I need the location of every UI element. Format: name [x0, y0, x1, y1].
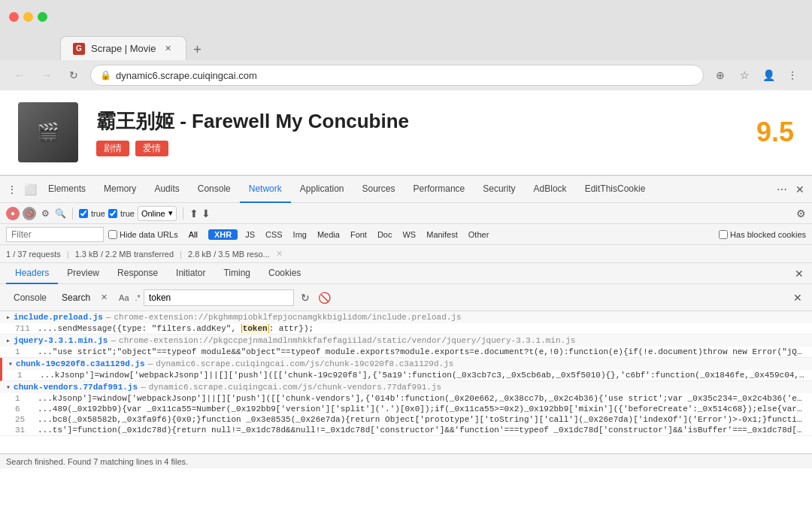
filename: chunk-19c920f8.c3a1129d.js: [16, 359, 145, 368]
tab-audits[interactable]: Audits: [145, 176, 188, 203]
tab-console[interactable]: Console: [189, 176, 240, 203]
search-clear-icon[interactable]: 🚫: [317, 289, 333, 306]
search-icon[interactable]: 🔍: [54, 208, 66, 220]
tag-drama: 剧情: [96, 141, 129, 156]
movie-info: 霸王别姬 - Farewell My Concubine 剧情 爱情: [96, 108, 738, 156]
bottom-panel: Console Search ✕ Aa .* ↻ 🚫 ✕: [0, 284, 812, 468]
title-bar: [0, 0, 812, 33]
code-line: 1 ...kJsonp']=window['webpackJsonp']||[]…: [0, 393, 812, 404]
code-line: 6 ...489(_0x192bb9){var _0x11ca55=Number…: [0, 404, 812, 414]
filter-js-button[interactable]: JS: [242, 229, 258, 240]
panel-close-icon[interactable]: ✕: [792, 267, 806, 280]
file-header[interactable]: ▸ jquery-3.3.1.min.js — chrome-extension…: [0, 335, 812, 347]
stats-bar: 1 / 37 requests | 1.3 kB / 2.2 MB transf…: [0, 245, 812, 263]
tab-adblock[interactable]: AdBlock: [525, 176, 576, 203]
regex-label: .*: [135, 293, 141, 302]
filter-doc-button[interactable]: Doc: [374, 229, 395, 240]
throttle-select[interactable]: Online ▾: [138, 206, 177, 221]
search-input[interactable]: [144, 289, 294, 306]
tab-performance[interactable]: Performance: [404, 176, 474, 203]
devtools-dots-icon[interactable]: ⋮: [3, 180, 21, 198]
close-button[interactable]: [9, 12, 19, 22]
devtools-inspect-icon[interactable]: ⬜: [21, 180, 39, 198]
case-sensitive-label: Aa: [116, 293, 132, 302]
maximize-button[interactable]: [38, 12, 47, 22]
network-toolbar: ● 🚫 ⚙ 🔍 true true Online ▾ ⬆ ⬇: [0, 203, 812, 224]
code-line: 31 ...ts']=function(_0x1dc78d){return nu…: [0, 425, 812, 435]
reload-button[interactable]: ↻: [63, 65, 84, 86]
resources-stat: 2.8 kB / 3.5 MB reso...: [188, 250, 270, 259]
filename: jquery-3.3.1.min.js: [14, 336, 108, 345]
file-header[interactable]: ▾ chunk-vendors.77daf991.js — dynamic6.s…: [0, 381, 812, 393]
devtools-more-icon[interactable]: ⋯: [773, 180, 791, 198]
file-result-include-preload: ▸ include.preload.js — chrome-extension:…: [0, 311, 812, 335]
search-tab[interactable]: Search: [54, 291, 98, 304]
bookmark-button[interactable]: ☆: [734, 65, 755, 86]
blocked-cookies-checkbox[interactable]: Has blocked cookies: [719, 230, 806, 239]
filter-input[interactable]: [6, 227, 104, 242]
file-result-jquery: ▸ jquery-3.3.1.min.js — chrome-extension…: [0, 335, 812, 358]
search-tab-close-icon[interactable]: ✕: [98, 292, 110, 304]
tag-romance: 爱情: [135, 141, 168, 156]
search-refresh-icon[interactable]: ↻: [297, 289, 314, 306]
back-button[interactable]: ←: [9, 65, 30, 86]
preview-tab[interactable]: Preview: [58, 263, 108, 284]
url-bar[interactable]: 🔒 dynamic6.scrape.cuiqingcai.com: [90, 65, 704, 86]
filter-all-button[interactable]: All: [183, 229, 204, 240]
filter-other-button[interactable]: Other: [465, 229, 492, 240]
tab-security[interactable]: Security: [474, 176, 524, 203]
response-tab[interactable]: Response: [108, 263, 167, 284]
minimize-button[interactable]: [23, 12, 33, 22]
file-header[interactable]: ▾ chunk-19c920f8.c3a1129d.js — dynamic6.…: [2, 358, 812, 370]
movie-poster: 🎬: [18, 102, 78, 162]
tab-editthiscookie[interactable]: EditThisCookie: [576, 176, 655, 203]
filter-icon[interactable]: ⚙: [39, 208, 51, 220]
profile-button[interactable]: 👤: [758, 65, 779, 86]
disable-cache-checkbox[interactable]: true: [108, 209, 135, 218]
file-header[interactable]: ▸ include.preload.js — chrome-extension:…: [0, 311, 812, 323]
filter-ws-button[interactable]: WS: [399, 229, 419, 240]
new-tab-button[interactable]: +: [186, 39, 208, 60]
download-icon[interactable]: ⬇: [201, 208, 211, 220]
filter-manifest-button[interactable]: Manifest: [423, 229, 461, 240]
tab-network[interactable]: Network: [240, 176, 291, 203]
headers-tab[interactable]: Headers: [6, 263, 58, 284]
movie-header: 🎬 霸王别姬 - Farewell My Concubine 剧情 爱情 9.5: [0, 90, 812, 175]
filter-media-button[interactable]: Media: [314, 229, 343, 240]
forward-button[interactable]: →: [36, 65, 57, 86]
search-bar: Console Search ✕ Aa .* ↻ 🚫 ✕: [0, 284, 812, 311]
tab-application[interactable]: Application: [291, 176, 353, 203]
tab-close-button[interactable]: ✕: [162, 43, 174, 55]
filter-css-button[interactable]: CSS: [262, 229, 286, 240]
preserve-log-checkbox[interactable]: true: [79, 209, 105, 218]
clear-button[interactable]: 🚫: [23, 207, 36, 220]
search-status: Search finished. Found 7 matching lines …: [6, 457, 188, 466]
timing-tab[interactable]: Timing: [214, 263, 259, 284]
filter-img-button[interactable]: Img: [290, 229, 310, 240]
lock-icon: 🔒: [100, 70, 111, 80]
search-close-icon[interactable]: ✕: [789, 289, 806, 306]
file-result-chunk: ▾ chunk-19c920f8.c3a1129d.js — dynamic6.…: [0, 358, 812, 381]
menu-button[interactable]: ⋮: [782, 65, 803, 86]
upload-icon[interactable]: ⬆: [189, 208, 198, 220]
devtools-tabs: ⋮ ⬜ Elements Memory Audits Console Netwo…: [0, 176, 812, 203]
browser-tabs: G Scrape | Movie ✕ +: [0, 33, 812, 60]
browser-tab[interactable]: G Scrape | Movie ✕: [60, 36, 186, 60]
record-button[interactable]: ●: [6, 207, 20, 220]
tab-elements[interactable]: Elements: [39, 176, 95, 203]
transferred-stat: 1.3 kB / 2.2 MB transferred: [75, 250, 174, 259]
code-line: 25 ...bc8(_0x58582b,_0x3fa9f6){0x0;}func…: [0, 414, 812, 425]
tab-memory[interactable]: Memory: [95, 176, 145, 203]
devtools-close-icon[interactable]: ✕: [791, 180, 809, 198]
filepath: dynamic6.scrape.cuiqingcai.com/js/chunk-…: [149, 383, 441, 392]
filter-xhr-button[interactable]: XHR: [208, 229, 238, 240]
translate-button[interactable]: ⊕: [710, 65, 731, 86]
cookies-tab[interactable]: Cookies: [259, 263, 310, 284]
filter-font-button[interactable]: Font: [347, 229, 370, 240]
tab-sources[interactable]: Sources: [353, 176, 404, 203]
console-tab[interactable]: Console: [6, 291, 54, 304]
movie-rating: 9.5: [756, 117, 794, 148]
initiator-tab[interactable]: Initiator: [167, 263, 214, 284]
hide-data-urls-checkbox[interactable]: Hide data URLs: [108, 230, 178, 239]
settings-icon[interactable]: ⚙: [796, 208, 806, 220]
